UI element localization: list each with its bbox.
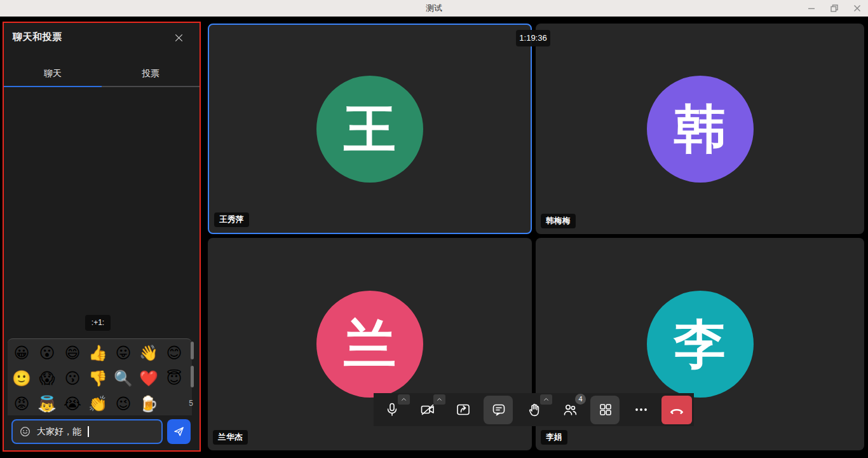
emoji-thumbs-up[interactable]: 👍 [85,340,111,366]
emoji-picker: 😀 😮 😄 👍 😛 👋 😊 🙂 😱 😗 👎 🔍 ❤️ 😇 😡 👼 😭 👏 😉 🍺 [8,338,192,415]
avatar: 王 [316,76,423,183]
participants-count-badge: 4 [575,394,586,405]
emoji-crying[interactable]: 😭 [60,391,85,417]
emoji-blush[interactable]: 😊 [161,340,187,366]
close-icon [173,32,184,43]
emoji-beer[interactable]: 🍺 [136,391,161,417]
chat-panel-title: 聊天和投票 [13,31,62,43]
emoji-open-mouth[interactable]: 😮 [34,340,60,366]
meeting-timer: 1:19:36 [516,30,550,46]
emoji-thumbs-down[interactable]: 👎 [85,366,111,391]
chevron-up-icon [436,396,443,403]
share-screen-button[interactable] [448,394,478,425]
meeting-toolbar: 4 [374,393,694,426]
emoji-kissing[interactable]: 😗 [60,366,85,391]
emoji-halo[interactable]: 😇 [161,366,187,391]
text-caret [88,426,89,437]
scrollbar-thumb[interactable] [191,366,194,387]
window-controls [804,0,864,17]
window-title: 测试 [0,0,868,17]
layout-button[interactable] [590,394,621,425]
avatar: 兰 [316,291,423,398]
tab-chat[interactable]: 聊天 [4,62,102,86]
scrollbar-thumb[interactable] [191,342,194,359]
more-options-button[interactable] [626,394,656,425]
video-tile[interactable]: 韩 韩梅梅 [536,24,864,234]
emoji-page-indicator: 5 [189,399,193,408]
chat-panel: 聊天和投票 聊天 投票 :+1: 😀 😮 😄 👍 😛 👋 😊 🙂 😱 😗 👎 🔍… [3,22,201,452]
raise-hand-icon [527,402,542,417]
emoji-tongue[interactable]: 😛 [111,340,136,366]
chat-icon [491,402,506,417]
emoji-tooltip: :+1: [85,315,111,331]
emoji-grid: 😀 😮 😄 👍 😛 👋 😊 🙂 😱 😗 👎 🔍 ❤️ 😇 😡 👼 😭 👏 😉 🍺 [9,340,187,417]
close-window-button[interactable] [850,1,864,15]
raise-hand-options-button[interactable] [540,394,552,405]
emoji-angry[interactable]: 😡 [9,391,34,417]
emoji-wink[interactable]: 😉 [111,391,136,417]
more-options-icon [634,402,649,417]
chat-input-row: 大家好，能 [11,419,193,444]
participant-name-label: 王秀萍 [214,212,249,227]
chat-message-area [4,87,200,337]
message-input[interactable]: 大家好，能 [11,419,163,444]
emoji-heart[interactable]: ❤️ [136,366,161,391]
emoji-slight-smile[interactable]: 🙂 [9,366,34,391]
emoji-scream[interactable]: 😱 [34,366,60,391]
emoji-picker-icon[interactable] [19,426,31,438]
microphone-icon [384,402,400,417]
chevron-up-icon [543,396,550,403]
close-panel-button[interactable] [170,29,187,46]
chat-panel-tabs: 聊天 投票 [4,62,200,86]
chevron-up-icon [400,396,407,403]
send-icon [172,425,186,438]
emoji-wave[interactable]: 👋 [136,340,161,366]
participant-name-label: 兰华杰 [213,430,248,445]
camera-off-icon [420,402,435,417]
camera-options-button[interactable] [433,394,445,405]
emoji-baby-angel[interactable]: 👼 [34,391,60,417]
tab-vote[interactable]: 投票 [102,62,200,86]
restore-button[interactable] [827,1,841,15]
grid-layout-icon [598,402,613,417]
window-titlebar: 测试 [0,0,868,17]
emoji-grinning[interactable]: 😀 [9,340,34,366]
end-call-button[interactable] [661,396,692,424]
emoji-laugh[interactable]: 😄 [60,340,85,366]
minimize-button[interactable] [804,1,818,15]
end-call-icon [668,402,685,419]
avatar: 李 [647,291,754,398]
participant-name-label: 韩梅梅 [541,214,576,228]
emoji-magnifier[interactable]: 🔍 [111,366,136,391]
participants-icon [562,402,578,417]
participant-name-label: 李娟 [541,430,567,445]
video-tile-active-speaker[interactable]: 王 王秀萍 [208,24,532,234]
avatar: 韩 [647,76,754,183]
share-screen-icon [456,402,471,417]
chat-button[interactable] [484,394,514,425]
microphone-options-button[interactable] [398,394,410,405]
message-input-value: 大家好，能 [37,426,81,438]
send-button[interactable] [167,419,191,444]
emoji-clap[interactable]: 👏 [85,391,111,417]
